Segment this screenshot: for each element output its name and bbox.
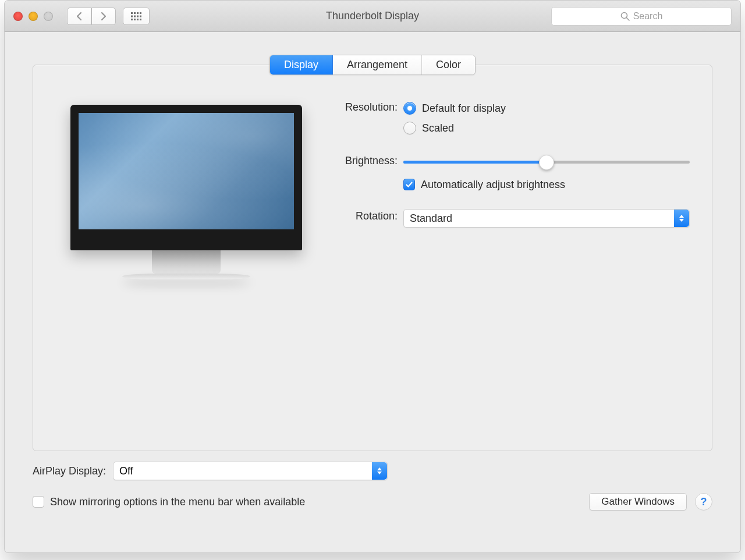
checkmark-icon xyxy=(405,180,413,189)
help-icon: ? xyxy=(701,496,707,508)
zoom-button xyxy=(44,12,53,21)
svg-rect-10 xyxy=(137,19,139,20)
brightness-slider[interactable] xyxy=(403,161,690,164)
brightness-thumb[interactable] xyxy=(539,155,554,170)
svg-rect-4 xyxy=(131,15,133,17)
brightness-fill xyxy=(403,161,547,164)
auto-brightness-label: Automatically adjust brightness xyxy=(421,179,565,191)
svg-rect-0 xyxy=(131,12,133,14)
tabs: Display Arrangement Color xyxy=(269,55,476,75)
radio-unselected-icon xyxy=(403,122,416,134)
svg-rect-8 xyxy=(131,19,133,20)
svg-rect-9 xyxy=(134,19,136,20)
help-button[interactable]: ? xyxy=(695,493,712,511)
titlebar: Thunderbolt Display Search xyxy=(5,1,740,32)
tab-container: Display Arrangement Color Res xyxy=(33,65,712,451)
auto-brightness-checkbox[interactable] xyxy=(403,179,415,190)
airplay-label: AirPlay Display: xyxy=(33,465,106,477)
tab-arrangement[interactable]: Arrangement xyxy=(333,55,422,75)
resolution-default-radio[interactable]: Default for display xyxy=(403,100,690,116)
tab-display[interactable]: Display xyxy=(270,55,333,75)
select-stepper-icon xyxy=(674,210,689,227)
mirroring-label: Show mirroring options in the menu bar w… xyxy=(50,496,305,508)
show-all-button[interactable] xyxy=(123,8,150,25)
traffic-lights xyxy=(13,12,53,21)
select-stepper-icon xyxy=(372,462,387,480)
svg-rect-11 xyxy=(140,19,141,20)
rotation-value: Standard xyxy=(410,212,452,225)
airplay-value: Off xyxy=(119,465,133,477)
svg-rect-3 xyxy=(140,12,141,14)
grid-icon xyxy=(131,12,141,20)
svg-line-13 xyxy=(626,17,629,20)
brightness-label: Brightness: xyxy=(327,154,403,193)
radio-selected-icon xyxy=(403,102,416,115)
minimize-button[interactable] xyxy=(29,12,38,21)
search-icon xyxy=(620,12,630,21)
rotation-label: Rotation: xyxy=(327,209,403,228)
resolution-scaled-radio[interactable]: Scaled xyxy=(403,120,690,136)
resolution-label: Resolution: xyxy=(327,100,403,140)
resolution-scaled-label: Scaled xyxy=(422,122,454,134)
svg-rect-1 xyxy=(134,12,136,14)
search-input[interactable]: Search xyxy=(551,7,732,26)
gather-windows-button[interactable]: Gather Windows xyxy=(589,493,687,511)
tab-color[interactable]: Color xyxy=(422,55,475,75)
back-button[interactable] xyxy=(67,8,91,25)
svg-rect-5 xyxy=(134,15,136,17)
gather-windows-label: Gather Windows xyxy=(601,496,675,508)
search-placeholder: Search xyxy=(633,11,663,22)
close-button[interactable] xyxy=(13,12,23,21)
display-preview xyxy=(70,105,302,279)
mirroring-checkbox[interactable] xyxy=(33,496,44,508)
nav-group xyxy=(67,8,116,25)
airplay-select[interactable]: Off xyxy=(113,462,388,480)
forward-button[interactable] xyxy=(91,8,116,25)
svg-rect-7 xyxy=(140,15,141,17)
rotation-select[interactable]: Standard xyxy=(403,209,690,228)
chevron-right-icon xyxy=(100,12,108,21)
chevron-left-icon xyxy=(75,12,83,21)
preferences-window: Thunderbolt Display Search Display Arran… xyxy=(4,0,741,553)
svg-rect-2 xyxy=(137,12,139,14)
svg-rect-6 xyxy=(137,15,139,17)
resolution-default-label: Default for display xyxy=(422,102,506,115)
